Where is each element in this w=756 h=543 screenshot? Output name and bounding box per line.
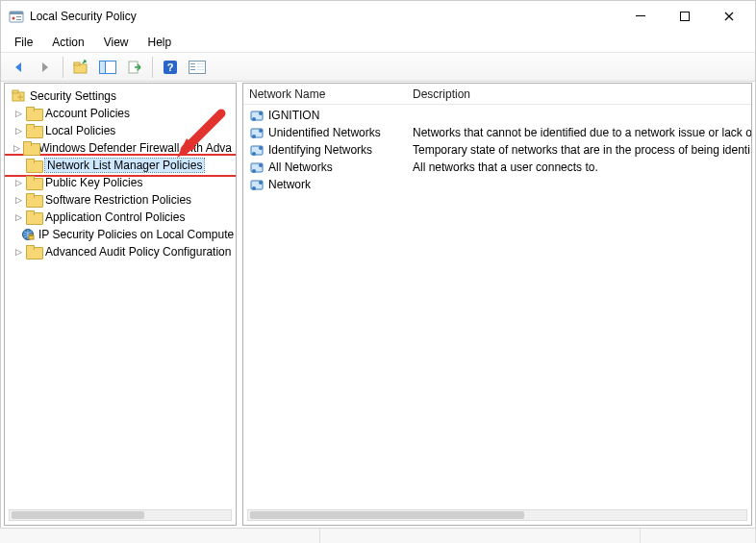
tree-item-application-control-policies[interactable]: ▷ Application Control Policies bbox=[5, 209, 236, 226]
svg-point-27 bbox=[252, 117, 256, 121]
svg-point-31 bbox=[259, 129, 263, 133]
expand-icon[interactable]: ▷ bbox=[13, 177, 24, 188]
expand-icon[interactable]: ▷ bbox=[13, 108, 24, 119]
folder-icon bbox=[26, 245, 41, 259]
svg-rect-19 bbox=[197, 66, 204, 67]
toolbar-separator bbox=[152, 57, 153, 78]
column-description[interactable]: Description bbox=[413, 87, 751, 101]
list-header[interactable]: Network Name Description bbox=[243, 84, 751, 105]
folder-icon bbox=[26, 193, 41, 207]
folder-icon bbox=[23, 141, 35, 155]
maximize-button[interactable] bbox=[663, 1, 707, 32]
svg-point-2 bbox=[13, 17, 15, 20]
ipsec-icon bbox=[21, 227, 35, 242]
forward-button[interactable] bbox=[34, 56, 57, 79]
window-controls bbox=[618, 1, 751, 32]
tree-item-windows-defender-firewall[interactable]: ▷ Windows Defender Firewall with Adva bbox=[5, 139, 236, 157]
list-item-ignition[interactable]: IGNITION bbox=[243, 107, 751, 124]
svg-rect-22 bbox=[13, 90, 18, 93]
help-icon: ? bbox=[163, 60, 178, 75]
horizontal-scrollbar[interactable] bbox=[9, 509, 232, 521]
tree-root[interactable]: Security Settings bbox=[5, 87, 236, 105]
expand-icon[interactable]: ▷ bbox=[13, 246, 24, 258]
svg-point-28 bbox=[259, 111, 263, 115]
folder-icon bbox=[26, 159, 41, 172]
network-icon bbox=[249, 160, 265, 175]
svg-rect-18 bbox=[197, 63, 204, 64]
expand-icon[interactable]: ▷ bbox=[13, 211, 24, 223]
folder-up-icon bbox=[73, 60, 88, 75]
panes-icon bbox=[99, 61, 116, 74]
tree-item-label: Public Key Policies bbox=[45, 176, 142, 189]
expand-icon[interactable]: ▷ bbox=[13, 194, 24, 206]
show-hide-tree-button[interactable] bbox=[96, 56, 119, 79]
export-list-button[interactable] bbox=[123, 56, 146, 79]
menu-action[interactable]: Action bbox=[44, 34, 91, 51]
cell-name: Identifying Networks bbox=[268, 143, 372, 157]
svg-rect-1 bbox=[10, 12, 23, 14]
svg-rect-10 bbox=[100, 61, 106, 73]
svg-point-33 bbox=[252, 152, 256, 156]
svg-point-39 bbox=[252, 186, 256, 190]
statusbar bbox=[0, 528, 756, 543]
app-icon bbox=[9, 9, 24, 24]
forward-icon bbox=[38, 60, 53, 75]
list-item-unidentified-networks[interactable]: Unidentified Networks Networks that cann… bbox=[243, 124, 751, 141]
export-icon bbox=[127, 60, 142, 75]
svg-rect-3 bbox=[16, 16, 21, 17]
tree-item-network-list-manager-policies[interactable]: ▷ Network List Manager Policies bbox=[5, 157, 236, 174]
svg-text:?: ? bbox=[167, 62, 174, 73]
tree-item-public-key-policies[interactable]: ▷ Public Key Policies bbox=[5, 174, 236, 191]
svg-point-34 bbox=[259, 146, 263, 150]
tree-item-software-restriction-policies[interactable]: ▷ Software Restriction Policies bbox=[5, 191, 236, 209]
svg-rect-17 bbox=[190, 69, 195, 70]
tree-item-label: Windows Defender Firewall with Adva bbox=[38, 141, 232, 155]
expand-icon[interactable]: ▷ bbox=[13, 125, 24, 136]
folder-icon bbox=[26, 176, 41, 189]
svg-rect-16 bbox=[190, 66, 195, 67]
tree-item-local-policies[interactable]: ▷ Local Policies bbox=[5, 122, 236, 139]
svg-point-36 bbox=[252, 169, 256, 173]
list-item-all-networks[interactable]: All Networks All networks that a user co… bbox=[243, 159, 751, 176]
cell-name: IGNITION bbox=[268, 109, 319, 122]
tree-item-advanced-audit-policy[interactable]: ▷ Advanced Audit Policy Configuration bbox=[5, 243, 236, 260]
folder-icon bbox=[26, 107, 41, 120]
cell-description: Temporary state of networks that are in … bbox=[413, 143, 751, 157]
menu-file[interactable]: File bbox=[7, 34, 40, 51]
properties-button[interactable] bbox=[186, 56, 209, 79]
toolbar-separator bbox=[63, 57, 63, 78]
svg-rect-15 bbox=[190, 63, 195, 64]
svg-point-37 bbox=[259, 163, 263, 167]
svg-point-40 bbox=[259, 181, 263, 185]
help-button[interactable]: ? bbox=[159, 56, 182, 79]
up-one-level-button[interactable] bbox=[69, 56, 92, 79]
back-button[interactable] bbox=[7, 56, 30, 79]
tree-item-label: IP Security Policies on Local Compute bbox=[38, 228, 234, 241]
close-button[interactable] bbox=[707, 1, 751, 32]
menu-help[interactable]: Help bbox=[140, 34, 180, 51]
tree-item-account-policies[interactable]: ▷ Account Policies bbox=[5, 105, 236, 122]
security-settings-icon bbox=[11, 88, 26, 104]
cell-name: Unidentified Networks bbox=[268, 126, 381, 139]
menu-view[interactable]: View bbox=[96, 34, 137, 51]
horizontal-scrollbar[interactable] bbox=[247, 509, 747, 521]
expand-icon[interactable]: ▷ bbox=[13, 142, 21, 154]
toolbar: ? bbox=[1, 53, 755, 82]
cell-description: All networks that a user connects to. bbox=[413, 160, 751, 174]
column-network-name[interactable]: Network Name bbox=[249, 87, 413, 101]
folder-icon bbox=[26, 124, 41, 137]
list-pane[interactable]: Network Name Description IGNITION Uni bbox=[242, 83, 752, 526]
workarea: Security Settings ▷ Account Policies ▷ L… bbox=[4, 83, 752, 526]
tree-pane[interactable]: Security Settings ▷ Account Policies ▷ L… bbox=[4, 83, 237, 526]
properties-icon bbox=[189, 61, 206, 74]
network-icon bbox=[249, 125, 265, 140]
minimize-button[interactable] bbox=[618, 1, 663, 32]
tree-item-ip-security-policies[interactable]: ▷ IP Security Policies on Local Compute bbox=[5, 226, 236, 243]
tree-item-label: Advanced Audit Policy Configuration bbox=[45, 245, 231, 259]
svg-rect-6 bbox=[681, 12, 690, 21]
list-item-network[interactable]: Network bbox=[243, 176, 751, 193]
svg-rect-8 bbox=[74, 62, 80, 65]
network-icon bbox=[249, 177, 265, 192]
list-item-identifying-networks[interactable]: Identifying Networks Temporary state of … bbox=[243, 141, 751, 159]
svg-rect-4 bbox=[16, 19, 21, 20]
